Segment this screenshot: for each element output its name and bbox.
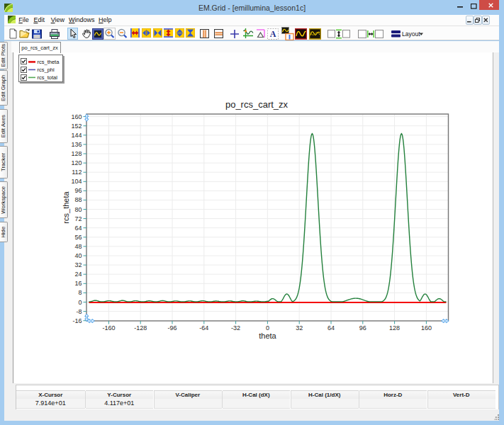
svg-text:Edit Plots: Edit Plots [0, 44, 6, 67]
svg-text:Hide: Hide [0, 226, 6, 237]
svg-text:24: 24 [74, 271, 82, 278]
svg-text:po_rcs_cart_zx: po_rcs_cart_zx [225, 99, 289, 110]
svg-text:40: 40 [74, 252, 82, 259]
svg-text:theta: theta [259, 332, 276, 340]
svg-text:Tracker: Tracker [0, 153, 6, 172]
svg-text:152: 152 [71, 123, 82, 130]
svg-text:16: 16 [74, 280, 82, 287]
svg-text:8: 8 [78, 289, 82, 296]
svg-text:128: 128 [71, 150, 82, 157]
svg-text:128: 128 [389, 324, 400, 332]
svg-text:-8: -8 [76, 308, 82, 315]
svg-text:72: 72 [74, 215, 82, 222]
svg-text:-96: -96 [167, 324, 177, 332]
svg-text:Workspace: Workspace [0, 186, 6, 213]
svg-text:48: 48 [74, 243, 82, 250]
svg-text:88: 88 [74, 196, 82, 203]
svg-text:136: 136 [71, 141, 82, 148]
svg-text:120: 120 [71, 159, 82, 166]
svg-text:A: A [270, 29, 276, 39]
svg-text:96: 96 [74, 187, 82, 194]
svg-text:104: 104 [71, 178, 82, 185]
svg-text:Edit Graph: Edit Graph [0, 74, 6, 101]
svg-text:160: 160 [71, 113, 82, 120]
svg-text:-64: -64 [199, 324, 208, 332]
svg-text:80: 80 [74, 206, 82, 213]
svg-text:32: 32 [296, 324, 303, 332]
svg-text:-32: -32 [231, 324, 240, 332]
svg-text:-128: -128 [134, 324, 147, 332]
svg-text:32: 32 [74, 261, 82, 268]
svg-text:64: 64 [74, 225, 82, 232]
svg-text:96: 96 [359, 324, 366, 332]
svg-text:56: 56 [74, 234, 82, 241]
svg-text:Edit Axes: Edit Axes [0, 114, 6, 137]
svg-text:rcs_theta: rcs_theta [62, 191, 70, 223]
svg-text:160: 160 [421, 324, 432, 332]
svg-text:112: 112 [72, 169, 82, 176]
svg-text:0: 0 [78, 299, 82, 306]
svg-text:0: 0 [266, 324, 269, 332]
svg-text:144: 144 [71, 132, 82, 139]
svg-text:-160: -160 [102, 324, 115, 332]
svg-text:64: 64 [327, 324, 335, 332]
svg-text:-16: -16 [72, 317, 82, 324]
